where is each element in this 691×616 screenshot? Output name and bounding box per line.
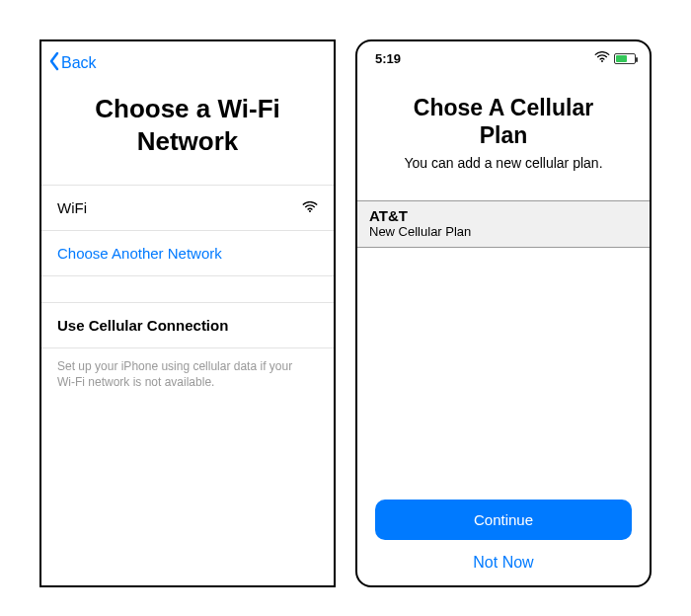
status-bar: 5:19 [357, 41, 650, 69]
choose-another-network[interactable]: Choose Another Network [41, 231, 334, 276]
battery-icon [614, 53, 636, 64]
wifi-setup-screen: Back Choose a Wi‑Fi Network WiFi Choose … [39, 39, 336, 587]
wifi-name: WiFi [57, 199, 87, 216]
back-label: Back [61, 54, 97, 72]
plan-description: New Cellular Plan [369, 224, 638, 239]
svg-point-0 [309, 210, 311, 212]
wifi-icon [302, 199, 318, 216]
page-title: Choose a Wi‑Fi Network [41, 79, 334, 185]
cellular-plan-row[interactable]: AT&T New Cellular Plan [357, 200, 650, 248]
continue-button[interactable]: Continue [375, 500, 632, 540]
chevron-left-icon [47, 51, 61, 75]
not-now-button[interactable]: Not Now [357, 546, 650, 585]
carrier-name: AT&T [369, 207, 638, 224]
cellular-plan-screen: 5:19 Chose A Cellular Plan You can add a… [355, 39, 652, 587]
status-time: 5:19 [375, 51, 401, 66]
choose-another-label: Choose Another Network [57, 245, 222, 262]
use-cellular-connection[interactable]: Use Cellular Connection [41, 302, 334, 348]
page-title: Chose A Cellular Plan [357, 69, 650, 155]
wifi-status-icon [594, 51, 610, 66]
back-button[interactable]: Back [41, 41, 334, 79]
not-now-label: Not Now [473, 554, 533, 571]
page-subtitle: You can add a new cellular plan. [357, 155, 650, 200]
cellular-hint: Set up your iPhone using cellular data i… [41, 348, 334, 400]
section-gap [41, 276, 334, 302]
continue-label: Continue [474, 511, 533, 528]
status-right [594, 51, 636, 66]
use-cellular-label: Use Cellular Connection [57, 317, 228, 334]
wifi-network-row[interactable]: WiFi [41, 186, 334, 231]
svg-point-1 [601, 60, 603, 62]
network-list: WiFi Choose Another Network [41, 185, 334, 276]
content-spacer [357, 248, 650, 500]
